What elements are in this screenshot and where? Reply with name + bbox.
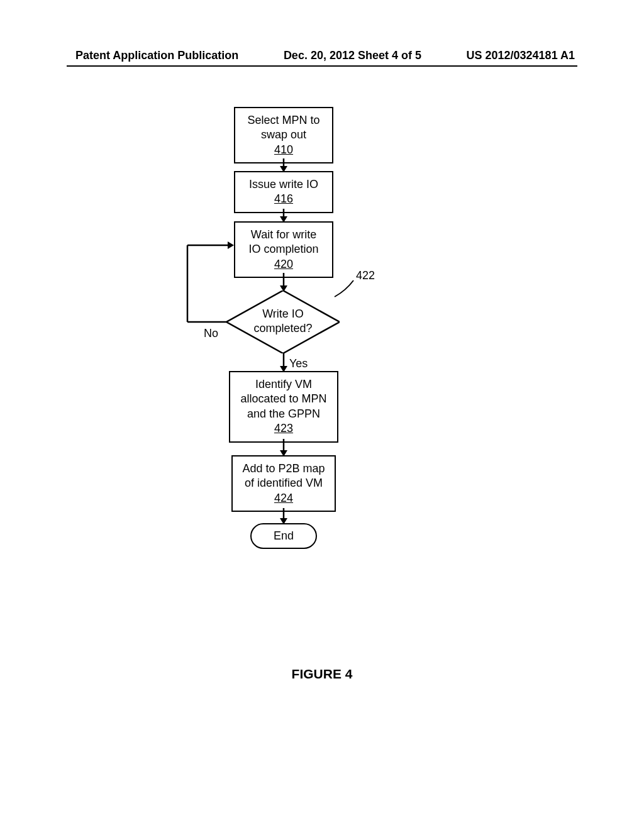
step-add-p2b-map: Add to P2B map of identified VM 424 bbox=[231, 455, 336, 512]
step-ref: 423 bbox=[233, 421, 335, 436]
arrow-icon bbox=[283, 158, 284, 172]
arrow-icon bbox=[283, 508, 284, 524]
step-ref: 410 bbox=[238, 143, 330, 157]
arrow-icon bbox=[283, 209, 284, 223]
loop-connector bbox=[187, 244, 236, 324]
header-divider bbox=[67, 65, 577, 67]
terminator-end: End bbox=[250, 523, 317, 549]
figure-caption: FIGURE 4 bbox=[0, 667, 644, 682]
step-ref: 420 bbox=[238, 257, 330, 272]
step-issue-write-io: Issue write IO 416 bbox=[234, 171, 333, 213]
step-text: Select MPN to swap out bbox=[238, 113, 330, 143]
step-ref: 424 bbox=[235, 491, 332, 506]
end-text: End bbox=[274, 529, 294, 542]
arrow-icon bbox=[283, 439, 284, 456]
no-label: No bbox=[204, 327, 218, 340]
arrow-icon bbox=[283, 273, 284, 292]
arrow-icon bbox=[283, 353, 284, 372]
step-wait-completion: Wait for write IO completion 420 bbox=[234, 221, 333, 278]
step-text: Identify VM allocated to MPN and the GPP… bbox=[233, 377, 335, 421]
step-text: Add to P2B map of identified VM bbox=[235, 462, 332, 491]
decision-ref-label: 422 bbox=[356, 269, 375, 282]
step-text: Wait for write IO completion bbox=[238, 228, 330, 257]
decision-write-completed: Write IO completed? bbox=[226, 290, 340, 353]
header-left: Patent Application Publication bbox=[75, 49, 238, 62]
yes-label: Yes bbox=[289, 357, 308, 370]
header-right: US 2012/0324181 A1 bbox=[467, 49, 575, 62]
step-select-mpn: Select MPN to swap out 410 bbox=[234, 107, 333, 163]
header-center: Dec. 20, 2012 Sheet 4 of 5 bbox=[284, 49, 421, 62]
step-identify-vm: Identify VM allocated to MPN and the GPP… bbox=[229, 371, 338, 443]
svg-marker-10 bbox=[228, 241, 234, 249]
step-ref: 416 bbox=[238, 192, 330, 206]
step-text: Issue write IO bbox=[238, 177, 330, 192]
decision-text: Write IO completed? bbox=[226, 307, 340, 335]
